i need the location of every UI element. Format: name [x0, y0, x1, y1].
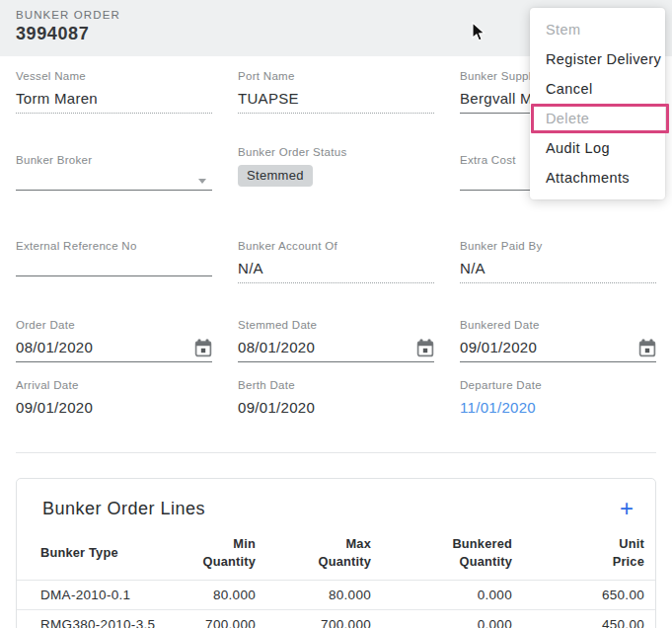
field-order-date: Order Date 08/01/2020: [16, 318, 212, 362]
col-header-max-quantity: Max Quantity: [256, 535, 371, 571]
field-berth-date: Berth Date 09/01/2020: [238, 378, 434, 423]
bunker-order-lines-card: Bunker Order Lines + Bunker Type Min Qua…: [16, 478, 656, 628]
order-lines-table: Bunker Type Min Quantity Max Quantity Bu…: [17, 535, 655, 628]
cell-bunker-type: RMG380-2010-3.5: [40, 617, 169, 628]
field-label: Vessel Name: [16, 69, 212, 83]
menu-item-delete delete-highlight-ring[interactable]: Delete: [531, 104, 669, 133]
add-line-button plus-icon[interactable]: +: [620, 498, 634, 519]
field-label: Bunker Order Status: [238, 145, 434, 159]
stemmed-date-input[interactable]: 08/01/2020: [238, 338, 434, 362]
calendar-icon[interactable]: [194, 339, 212, 357]
form-row-3: External Reference No Bunker Account Of …: [0, 239, 672, 283]
bunker-broker-select[interactable]: [16, 177, 212, 191]
card-title: Bunker Order Lines: [42, 499, 205, 519]
external-reference-input[interactable]: [16, 263, 212, 276]
field-label: Bunker Paid By: [460, 239, 656, 253]
cell-bunker-type: DMA-2010-0.1: [40, 588, 169, 602]
field-bunker-broker: Bunker Broker: [16, 145, 212, 191]
field-label: Stemmed Date: [238, 318, 434, 332]
chevron-down-icon[interactable]: [198, 179, 206, 184]
order-actions-menu: Stem Register Delivery Cancel Delete Aud…: [530, 8, 665, 199]
field-departure-date: Departure Date 11/01/2020: [460, 378, 656, 423]
bunker-paid-by-input[interactable]: N/A: [460, 259, 656, 283]
col-header-min-quantity: Min Quantity: [169, 535, 256, 571]
field-label: External Reference No: [16, 239, 212, 253]
berth-date-value: 09/01/2020: [238, 398, 434, 423]
table-header-row: Bunker Type Min Quantity Max Quantity Bu…: [17, 535, 655, 581]
cell-bunkered-quantity: 0.000: [371, 617, 512, 628]
field-label: Bunker Broker: [16, 153, 212, 167]
menu-item-cancel[interactable]: Cancel: [530, 74, 665, 104]
status-badge: Stemmed: [238, 165, 313, 187]
form-row-5: Arrival Date 09/01/2020 Berth Date 09/01…: [0, 378, 672, 423]
cell-unit-price: 650.00: [512, 588, 644, 602]
cell-unit-price: 450.00: [512, 617, 644, 628]
field-label: Arrival Date: [16, 378, 212, 392]
cell-min-quantity: 80.000: [169, 588, 256, 602]
form-row-4: Order Date 08/01/2020 Stemmed Date 08/01…: [0, 318, 672, 362]
field-label: Bunker Account Of: [238, 239, 434, 253]
field-port-name: Port Name TUAPSE: [238, 69, 434, 114]
field-label: Order Date: [16, 318, 212, 332]
field-stemmed-date: Stemmed Date 08/01/2020: [238, 318, 434, 362]
departure-date-link[interactable]: 11/01/2020: [460, 398, 656, 423]
field-bunker-paid-by: Bunker Paid By N/A: [460, 239, 656, 283]
table-row[interactable]: RMG380-2010-3.5 700.000 700.000 0.000 45…: [17, 610, 655, 628]
arrival-date-value: 09/01/2020: [16, 398, 212, 423]
card-header: Bunker Order Lines +: [17, 479, 655, 519]
stemmed-date-value: 08/01/2020: [238, 338, 315, 357]
menu-item-audit-log[interactable]: Audit Log: [530, 133, 665, 163]
menu-item-register-delivery[interactable]: Register Delivery: [530, 44, 665, 74]
col-header-unit-price: Unit Price: [512, 535, 644, 571]
table-row[interactable]: DMA-2010-0.1 80.000 80.000 0.000 650.00: [17, 581, 655, 610]
menu-item-attachments[interactable]: Attachments: [530, 163, 665, 193]
field-label: Bunkered Date: [460, 318, 656, 332]
bunkered-date-input[interactable]: 09/01/2020: [460, 338, 656, 362]
col-header-bunkered-quantity: Bunkered Quantity: [371, 535, 512, 571]
calendar-icon[interactable]: [638, 339, 656, 357]
vessel-name-input[interactable]: Torm Maren: [16, 89, 212, 114]
cell-min-quantity: 700.000: [169, 617, 256, 628]
cell-bunkered-quantity: 0.000: [371, 588, 512, 602]
field-bunker-order-status: Bunker Order Status Stemmed: [238, 145, 434, 191]
col-header-bunker-type: Bunker Type: [40, 544, 169, 562]
order-date-input[interactable]: 08/01/2020: [16, 338, 212, 362]
bunkered-date-value: 09/01/2020: [460, 338, 537, 357]
port-name-input[interactable]: TUAPSE: [238, 89, 434, 114]
field-bunkered-date: Bunkered Date 09/01/2020: [460, 318, 656, 362]
field-label: Berth Date: [238, 378, 434, 392]
cell-max-quantity: 700.000: [256, 617, 371, 628]
menu-item-stem[interactable]: Stem: [530, 15, 665, 44]
field-label: Departure Date: [460, 378, 656, 392]
cell-max-quantity: 80.000: [256, 588, 371, 602]
order-date-value: 08/01/2020: [16, 338, 93, 357]
section-divider: [16, 452, 656, 453]
field-label: Port Name: [238, 69, 434, 83]
field-bunker-account-of: Bunker Account Of N/A: [238, 239, 434, 283]
field-external-reference: External Reference No: [16, 239, 212, 283]
calendar-icon[interactable]: [416, 339, 434, 357]
field-vessel-name: Vessel Name Torm Maren: [16, 69, 212, 114]
field-arrival-date: Arrival Date 09/01/2020: [16, 378, 212, 423]
bunker-account-of-input[interactable]: N/A: [238, 259, 434, 283]
